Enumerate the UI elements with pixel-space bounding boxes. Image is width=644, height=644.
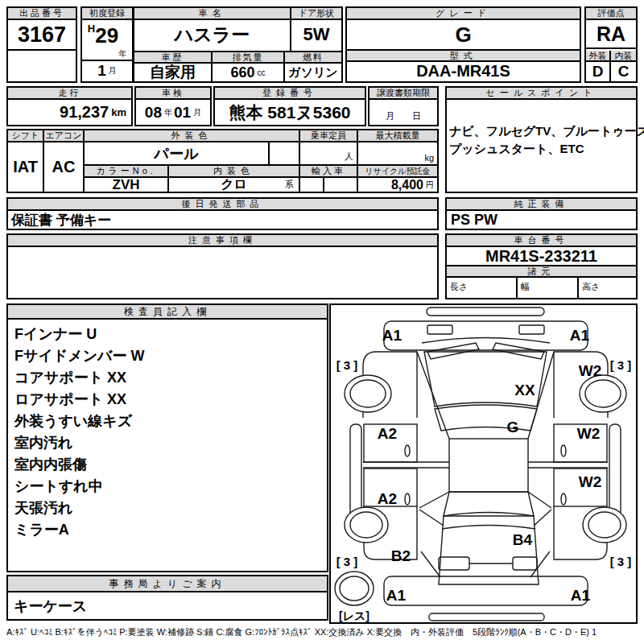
first-registration-label: 初度登録	[82, 8, 132, 20]
spec-label: 諸元	[447, 266, 636, 278]
tire-label-rear-right: [ 3 ]	[610, 555, 632, 568]
later-parts-label: 後日発送部品	[8, 199, 437, 211]
first-registration-month: 1月	[82, 61, 132, 80]
interior-color-value: クロ系	[169, 178, 300, 192]
history-row: 車歴 自家用 排気量 660cc 燃料 ガソリン	[134, 51, 341, 81]
inspector-item: ミラーA	[14, 519, 327, 541]
tail-light-right	[513, 557, 537, 570]
year-unit: 年	[118, 48, 126, 60]
wiper-right	[493, 343, 544, 359]
max-load-label: 最大積載量	[358, 130, 437, 142]
import-car-label: 輸入車	[300, 166, 358, 178]
damage-label-quarter-left: B2	[391, 547, 411, 564]
recycle-deposit-number: 8,400	[391, 178, 423, 192]
door-shape-label: ドア形状	[291, 8, 341, 20]
shift-value: IAT	[8, 142, 44, 192]
later-parts-value: 保証書 予備キー	[8, 211, 437, 229]
color-grid-box: シフト エアコン 外装色 乗車定員 最大積載量 IAT AC パール 人 kg …	[6, 129, 439, 193]
office-notice-label: 事務局よりご案内	[8, 576, 327, 592]
interior-value: C	[611, 62, 636, 81]
spare-tire-label: [レス]	[339, 609, 369, 622]
inspection-month: 01	[174, 104, 191, 122]
max-load-unit: kg	[358, 142, 437, 166]
door-shape-value: 5W	[291, 20, 341, 49]
a-pillar-left	[417, 352, 449, 439]
mileage-unit: km	[111, 106, 126, 118]
aircon-value: AC	[44, 142, 85, 192]
car-name-label: 車名	[134, 8, 290, 20]
interior-label: 内装	[611, 51, 636, 62]
month-value: 1	[97, 62, 106, 80]
inspector-item: コアサポート XX	[14, 367, 327, 389]
front-bumper-strip	[427, 308, 544, 316]
era-letter: H	[88, 23, 95, 34]
exterior-label: 外装	[586, 51, 611, 62]
later-parts-box: 後日発送部品 保証書 予備キー	[6, 197, 439, 230]
sales-point-label: セールスポイント	[447, 88, 636, 100]
wiper-left	[427, 343, 479, 359]
first-registration-box: 初度登録 H29年 1月	[80, 6, 134, 83]
rear-window-shape	[444, 492, 534, 516]
damage-diagram-box: A1 A1 [ 3 ] [ 3 ] W2 XX G A2 W2 A2 W2 B2…	[329, 303, 638, 624]
sales-point-line1: ナビ、フルセグTV、ブルートゥース	[449, 122, 634, 140]
history-cell: 車歴 自家用	[134, 52, 213, 81]
chassis-box: 車台番号 MR41S-233211 諸元 長さ 幅 高さ	[445, 233, 638, 299]
exterior-value: D	[586, 62, 611, 81]
tire-label-front-right: [ 3 ]	[610, 358, 632, 372]
damage-label-windshield: G	[507, 419, 519, 436]
color-no-value: ZVH	[85, 178, 169, 192]
inspection-month-unit: 月	[193, 107, 201, 118]
mileage-number: 91,237	[60, 103, 109, 122]
damage-label-door-front-left: A2	[378, 425, 397, 442]
damage-label-rear-bumper-left: A1	[386, 587, 407, 604]
damage-label-front-bumper-right: A1	[570, 327, 590, 344]
shift-label: シフト	[8, 130, 44, 142]
import-car-cell-1	[300, 178, 324, 192]
tire-label-front-left: [ 3 ]	[336, 358, 358, 372]
aircon-label: エアコン	[44, 130, 85, 142]
windshield-shape	[435, 405, 537, 431]
b-pillar-lines	[363, 462, 608, 468]
notes-label: 注意事項欄	[8, 235, 437, 247]
exterior-color-empty-cell	[270, 142, 300, 166]
genuine-equipment-value: PS PW	[447, 211, 636, 229]
recycle-deposit-label: リサイクル預託金	[358, 166, 437, 178]
exterior-color-label: 外装色	[85, 130, 300, 142]
capacity-unit: 人	[300, 142, 358, 166]
auction-number-value: 3167	[8, 20, 76, 51]
sales-point-box: セールスポイント ナビ、フルセグTV、ブルートゥース プッシュスタート、ETC	[445, 86, 638, 193]
gate-crease-line	[442, 526, 535, 530]
car-outline	[335, 308, 626, 621]
import-car-cell-2	[324, 178, 358, 192]
grade-label: グレード	[347, 8, 580, 20]
front-bumper	[384, 321, 588, 350]
damage-label-hood: XX	[514, 382, 535, 398]
genuine-equipment-box: 純正装備 PS PW	[445, 197, 638, 230]
door-handle	[561, 445, 566, 456]
inspector-item: シートすれ中	[14, 476, 327, 497]
grade-model-box: グレード G 型式 DAA-MR41S	[345, 6, 581, 83]
registration-number-value: 熊本 581ヌ5360	[215, 100, 365, 125]
ext-int-values: D C	[586, 62, 636, 81]
inspector-item: ロアサポート XX	[14, 389, 327, 411]
cowl-line	[422, 338, 550, 344]
fuel-cell: 燃料 ガソリン	[285, 52, 341, 81]
model-value: DAA-MR41S	[347, 62, 580, 80]
inspector-item: 外装うすい線キズ	[14, 411, 327, 432]
damage-label-rear-gate: B4	[513, 531, 533, 548]
door-shape-cell: ドア形状 5W	[290, 8, 341, 51]
office-notice-box: 事務局よりご案内 キーケース	[6, 575, 328, 621]
tire-label-rear-left: [ 3 ]	[336, 555, 358, 568]
inspector-item: Fインナー U	[14, 324, 327, 345]
rear-bumper	[384, 576, 588, 605]
fuel-label: 燃料	[285, 52, 341, 64]
sales-point-body: ナビ、フルセグTV、ブルートゥース プッシュスタート、ETC	[447, 100, 636, 158]
exterior-color-value: パール	[85, 142, 270, 166]
car-name-cell: 車名 ハスラー	[134, 8, 290, 51]
inspection-label: 車検	[136, 88, 210, 100]
inspector-notes-list: Fインナー U Fサイドメンバー W コアサポート XX ロアサポート XX 外…	[8, 320, 327, 541]
front-wheel-right	[580, 375, 626, 412]
displacement-value: 660cc	[213, 64, 283, 81]
first-registration-year: H29年	[82, 20, 132, 61]
history-value: 自家用	[134, 64, 211, 81]
